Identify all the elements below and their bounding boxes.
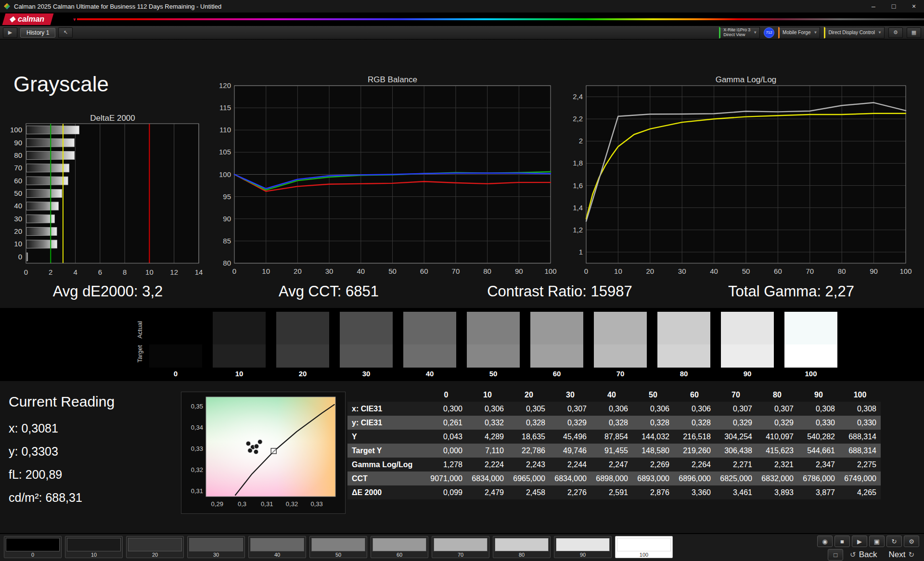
swatch-value-label: 10	[213, 370, 266, 378]
swatch-value-label: 70	[594, 370, 647, 378]
swatch-90	[721, 312, 774, 368]
swatch-actual	[149, 312, 202, 344]
table-header-cell: 100	[839, 388, 881, 402]
svg-text:2,4: 2,4	[573, 92, 583, 101]
table-cell: 49,746	[550, 444, 591, 458]
calman-logo[interactable]: ❖ calman	[2, 13, 54, 25]
swatch-value-label: 30	[340, 370, 393, 378]
swatch-target	[467, 344, 520, 368]
svg-text:70: 70	[452, 267, 460, 275]
snapshot-icon[interactable]: ◉	[817, 536, 833, 547]
history-tab[interactable]: History 1	[20, 28, 55, 38]
patch-button-20[interactable]: 20	[126, 536, 184, 558]
patch-button-50[interactable]: 50	[309, 536, 367, 558]
logo-chevron-down-icon[interactable]: ▾	[73, 16, 76, 23]
table-cell: 216,518	[674, 430, 715, 444]
patch-button-80[interactable]: 80	[493, 536, 551, 558]
refresh-icon[interactable]: ↻	[886, 536, 902, 547]
patch-button-60[interactable]: 60	[371, 536, 428, 558]
svg-text:0,29: 0,29	[211, 500, 223, 508]
table-row-label: ΔE 2000	[347, 485, 425, 499]
swatch-actual	[467, 312, 520, 344]
maximize-button[interactable]: □	[884, 0, 904, 13]
current-reading-panel: Current Reading x: 0,3081 y: 0,3303 fL: …	[9, 394, 115, 514]
patch-button-100[interactable]: 100	[615, 536, 673, 558]
table-cell: 18,635	[508, 430, 550, 444]
brand-bar: ❖ calman ▾	[0, 13, 924, 26]
swatch-target	[721, 344, 774, 368]
swatch-100	[784, 312, 837, 368]
table-cell: 2,276	[550, 485, 591, 499]
svg-text:20: 20	[14, 227, 22, 235]
svg-text:90: 90	[14, 139, 22, 147]
patch-button-90[interactable]: 90	[554, 536, 612, 558]
titlebar: Calman 2025 Calman Ultimate for Business…	[0, 0, 924, 13]
swatch-value-label: 50	[467, 370, 520, 378]
swatch-40	[403, 312, 456, 368]
svg-text:50: 50	[742, 267, 750, 275]
svg-text:50: 50	[388, 267, 397, 275]
play-icon[interactable]: ▶	[852, 536, 867, 547]
table-cell: 0,306	[632, 402, 674, 416]
meter-dropdown[interactable]: X-Rite i1Pro 3 Direct View ▼	[719, 27, 760, 38]
patch-button-30[interactable]: 30	[187, 536, 245, 558]
patch-button-70[interactable]: 70	[432, 536, 489, 558]
table-cell: 0,000	[425, 444, 467, 458]
meter-mode: Direct View	[723, 33, 750, 37]
swatch-30	[340, 312, 393, 368]
table-cell: 6825,000	[715, 472, 757, 485]
patch-button-40[interactable]: 40	[248, 536, 306, 558]
patch-label: 30	[188, 552, 244, 558]
table-row-label: Gamma Log/Log	[347, 458, 425, 472]
svg-text:10: 10	[262, 267, 270, 275]
workspace-layout-button[interactable]: ▦	[907, 27, 921, 38]
close-button[interactable]: ×	[904, 0, 924, 13]
stat-avg-cct: Avg CCT: 6851	[223, 283, 435, 300]
svg-text:70: 70	[806, 267, 814, 275]
svg-text:100: 100	[544, 267, 556, 275]
patch-button-0[interactable]: 0	[4, 536, 62, 558]
svg-text:0,33: 0,33	[191, 445, 203, 452]
table-cell: 0,306	[467, 402, 508, 416]
svg-text:0: 0	[24, 268, 28, 276]
svg-text:0: 0	[232, 267, 236, 275]
deltae-chart: 024681012141009080706050403020100	[4, 121, 211, 283]
settings-gear-button[interactable]: ⚙	[888, 27, 903, 38]
patch-button-10[interactable]: 10	[65, 536, 123, 558]
back-button[interactable]: ↺ Back	[845, 549, 882, 561]
source-dropdown[interactable]: Mobile Forge ▼	[778, 27, 820, 38]
next-button[interactable]: Next ↻	[884, 549, 919, 561]
source-label: Mobile Forge	[783, 30, 810, 35]
popout-button[interactable]: ↖	[58, 27, 73, 38]
minimize-button[interactable]: –	[863, 0, 884, 13]
table-cell: 2,876	[632, 485, 674, 499]
svg-text:100: 100	[10, 126, 22, 134]
settings-icon[interactable]: ⚙	[904, 536, 919, 547]
table-cell: 0,261	[425, 416, 467, 430]
display-control-dropdown[interactable]: Direct Display Control ▼	[824, 27, 885, 38]
svg-text:0,33: 0,33	[311, 500, 323, 508]
svg-text:1,6: 1,6	[573, 181, 583, 190]
stop-icon[interactable]: ■	[834, 536, 850, 547]
swatch-actual	[213, 312, 266, 344]
swatch-target	[276, 344, 329, 368]
patch-label: 20	[127, 552, 183, 558]
pattern-window-button[interactable]: □	[828, 549, 843, 561]
app-icon	[4, 3, 10, 10]
patch-swatch	[250, 538, 304, 551]
table-cell: 0,307	[757, 402, 798, 416]
svg-text:10: 10	[14, 240, 22, 248]
swatch-target	[530, 344, 583, 368]
save-icon[interactable]: ▣	[869, 536, 885, 547]
swatch-actual	[784, 312, 837, 344]
svg-text:0,31: 0,31	[261, 500, 273, 508]
table-cell: 410,097	[757, 430, 798, 444]
table-cell: 7,110	[467, 444, 508, 458]
svg-text:4: 4	[73, 268, 77, 276]
toolbar-right: X-Rite i1Pro 3 Direct View ▼ 712 Mobile …	[719, 27, 921, 38]
table-row-label: Target Y	[347, 444, 425, 458]
table-cell: 3,877	[798, 485, 839, 499]
panel-toggle-button[interactable]: ▶	[3, 27, 17, 38]
svg-text:6: 6	[98, 268, 102, 276]
table-cell: 0,308	[839, 402, 881, 416]
